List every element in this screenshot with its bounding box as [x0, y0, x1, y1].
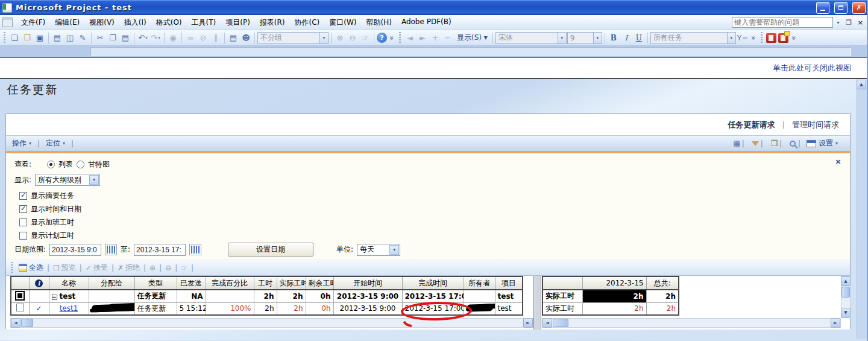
calendar-icon[interactable]: [105, 244, 117, 255]
close-view-link[interactable]: 单击此处可关闭此视图: [773, 63, 851, 74]
group-by-select[interactable]: 不分组▾: [257, 32, 329, 44]
left-horizontal-scrollbar[interactable]: ◄ ►: [10, 318, 533, 328]
name-cell[interactable]: test1: [49, 302, 89, 315]
goto-task-icon[interactable]: ☞: [359, 32, 371, 44]
locate-menu[interactable]: 定位▾: [46, 138, 65, 148]
scroll-up-icon[interactable]: ▲: [857, 80, 866, 89]
pdf-comment-icon[interactable]: [778, 33, 788, 43]
scroll-left-icon[interactable]: ◄: [11, 318, 20, 328]
scroll-left-icon[interactable]: ◄: [542, 318, 552, 328]
collapse-icon[interactable]: −: [52, 295, 57, 300]
type-cell[interactable]: 任务更新: [134, 302, 177, 315]
filter-select[interactable]: 所有任务▾: [650, 32, 736, 44]
undo-icon[interactable]: ↶▾: [137, 32, 149, 44]
sent-cell[interactable]: NA: [177, 290, 206, 302]
row-checkbox-selected[interactable]: [15, 291, 25, 301]
print-preview-icon[interactable]: ◫: [64, 32, 76, 44]
help-question-input[interactable]: [732, 17, 833, 28]
menu-item-8[interactable]: 协作(C): [290, 16, 325, 30]
spelling-icon[interactable]: ✎: [77, 32, 89, 44]
set-date-button[interactable]: 设置日期: [228, 243, 313, 257]
scrollbar-thumb[interactable]: [21, 319, 33, 327]
remaining-cell[interactable]: 0h: [306, 302, 333, 315]
scroll-up-icon[interactable]: ▲: [841, 276, 851, 286]
radio-list[interactable]: [47, 161, 55, 168]
font-name-select[interactable]: 宋体▾: [495, 32, 567, 44]
select-all-button[interactable]: 全选: [19, 263, 43, 273]
checkbox-show-summary[interactable]: [19, 192, 27, 200]
indent-icon[interactable]: ►: [417, 32, 429, 44]
toolbar-options-chevron[interactable]: »: [790, 34, 798, 42]
pdf-convert-icon[interactable]: [766, 33, 776, 43]
redo-icon[interactable]: ↷▾: [149, 32, 162, 44]
actual-cell[interactable]: 2h: [277, 290, 306, 302]
scrollbar-thumb[interactable]: [553, 319, 568, 327]
info-cell[interactable]: [29, 290, 49, 302]
assigned-cell[interactable]: [89, 302, 134, 315]
zoom-in-button[interactable]: ⊕: [149, 264, 156, 272]
row-checkbox[interactable]: [16, 304, 24, 311]
italic-icon[interactable]: I: [620, 32, 632, 44]
scroll-right-icon[interactable]: ►: [831, 318, 840, 328]
actual-cell[interactable]: 2h: [277, 302, 306, 315]
show-menu[interactable]: 显示(S) ▾: [454, 33, 490, 43]
menu-item-1[interactable]: 编辑(E): [50, 16, 84, 30]
sent-cell[interactable]: 5 15:12: [177, 302, 206, 315]
menu-item-7[interactable]: 报表(R): [255, 16, 290, 30]
checkbox-show-datetime[interactable]: [19, 205, 27, 213]
autofilter-icon[interactable]: Y=: [737, 32, 749, 44]
zoom-out-icon[interactable]: ⊖: [347, 32, 359, 44]
info-cell[interactable]: ✓: [29, 302, 49, 315]
timesheet-label-cell[interactable]: 实际工时: [542, 302, 582, 315]
calendar-icon[interactable]: [189, 244, 201, 255]
reject-button[interactable]: ✗ 拒绝: [118, 263, 140, 273]
settings-menu[interactable]: 设置▾: [807, 138, 838, 148]
date-from-input[interactable]: [49, 244, 101, 256]
hyperlink-icon[interactable]: ◉: [167, 32, 179, 44]
menu-item-5[interactable]: 工具(T): [187, 16, 221, 30]
save-icon[interactable]: ▣: [34, 32, 46, 44]
panel-close-icon[interactable]: ×: [835, 157, 841, 166]
restore-button[interactable]: [834, 2, 848, 14]
menu-item-11[interactable]: Adobe PDF(B): [397, 16, 456, 30]
bold-icon[interactable]: B: [608, 32, 620, 44]
work-cell[interactable]: 2h: [254, 302, 277, 315]
menu-item-0[interactable]: 文件(F): [16, 16, 50, 30]
start-cell[interactable]: 2012-3-15 9:00: [333, 290, 402, 302]
project-cell[interactable]: test: [495, 302, 523, 315]
cut-icon[interactable]: ✂: [94, 32, 106, 44]
print-icon[interactable]: ▤: [51, 32, 63, 44]
scrollbar-thumb[interactable]: [841, 287, 850, 298]
minimize-button[interactable]: [816, 2, 829, 14]
row-select-cell[interactable]: [11, 290, 29, 302]
menu-item-4[interactable]: 格式(O): [151, 16, 187, 30]
scroll-right-icon[interactable]: ►: [523, 318, 533, 328]
assign-resources-icon[interactable]: ☻: [240, 32, 252, 44]
assigned-cell[interactable]: [89, 290, 134, 302]
task-link[interactable]: test1: [60, 304, 78, 313]
help-icon[interactable]: ?: [377, 33, 387, 43]
chevron-down-icon[interactable]: ▾: [834, 17, 842, 28]
tab-manage-time-requests[interactable]: 管理时间请求: [792, 120, 839, 130]
zoom-out-button[interactable]: ⊖: [165, 264, 171, 272]
new-icon[interactable]: ❏: [8, 32, 20, 44]
project-cell[interactable]: test: [495, 290, 523, 302]
font-size-select[interactable]: 9▾: [567, 32, 602, 44]
menu-item-9[interactable]: 窗口(W): [324, 16, 361, 30]
link-tasks-icon[interactable]: ∞: [184, 32, 197, 44]
remaining-cell[interactable]: 0h: [306, 290, 333, 302]
start-cell[interactable]: 2012-3-15 9:00: [333, 302, 402, 315]
underline-icon[interactable]: U: [633, 32, 645, 44]
unit-select[interactable]: 每天 ▾: [357, 244, 400, 256]
timesheet-label-cell[interactable]: 实际工时: [542, 290, 582, 302]
zoom-in-icon[interactable]: ⊕: [334, 32, 346, 44]
entry-field[interactable]: [90, 47, 851, 56]
filter-icon[interactable]: [750, 139, 761, 148]
copy-icon[interactable]: ❐: [769, 139, 779, 148]
accept-button[interactable]: ✓ 接受: [86, 263, 108, 273]
outline-level-select[interactable]: 所有大纲级别 ▾: [35, 174, 100, 186]
name-cell[interactable]: −test: [49, 290, 89, 302]
timesheet-day-cell[interactable]: 2h: [582, 302, 646, 315]
search-icon[interactable]: [788, 139, 798, 148]
timesheet-total-cell[interactable]: 2h: [646, 302, 679, 315]
